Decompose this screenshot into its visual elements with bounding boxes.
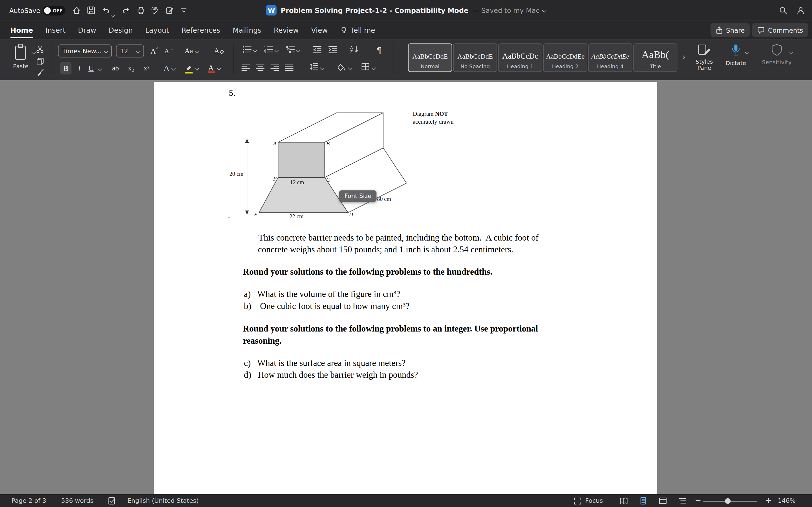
multilevel-list-icon[interactable] xyxy=(286,46,295,55)
save-icon[interactable] xyxy=(87,6,95,17)
pilcrow-button[interactable]: ¶ xyxy=(374,45,384,56)
numbered-list-dropdown-icon[interactable] xyxy=(274,48,279,52)
shrink-font-button[interactable]: A xyxy=(163,46,175,57)
zoom-out-icon[interactable] xyxy=(695,497,701,505)
borders-icon[interactable] xyxy=(361,62,370,72)
proofing-status-icon[interactable] xyxy=(108,497,116,506)
tab-layout[interactable]: Layout xyxy=(145,20,169,39)
outline-view-icon[interactable] xyxy=(678,497,687,506)
focus-label[interactable]: Focus xyxy=(585,497,603,504)
tab-insert[interactable]: Insert xyxy=(45,20,65,39)
tab-draw[interactable]: Draw xyxy=(78,20,96,39)
highlight-color-button[interactable] xyxy=(183,62,201,74)
font-size-tooltip: Font Size xyxy=(339,190,377,202)
toggle-knob xyxy=(44,7,51,14)
decrease-indent-icon[interactable] xyxy=(313,46,321,55)
print-layout-icon[interactable] xyxy=(639,497,647,506)
word-count[interactable]: 536 words xyxy=(61,497,94,504)
grow-font-button[interactable]: A^ xyxy=(148,46,160,57)
bold-button[interactable]: B xyxy=(60,62,71,74)
vertex-e-label: E xyxy=(254,212,257,217)
line-spacing-icon[interactable] xyxy=(310,62,318,72)
sensitivity-button[interactable]: Sensitivity xyxy=(760,43,794,66)
styles-gallery-more-icon[interactable] xyxy=(681,55,686,60)
change-case-button[interactable]: Aa xyxy=(183,46,201,57)
review-pen-icon[interactable] xyxy=(166,6,174,17)
style-no-spacing[interactable]: AaBbCcDdE No Spacing xyxy=(453,43,497,72)
strikethrough-button[interactable]: ab xyxy=(109,62,122,74)
style-heading-1[interactable]: AaBbCcDc Heading 1 xyxy=(498,43,542,72)
dictate-button[interactable]: Dictate xyxy=(723,43,749,67)
justify-icon[interactable] xyxy=(285,63,294,73)
web-layout-icon[interactable] xyxy=(659,497,667,506)
sort-icon[interactable]: AZ xyxy=(350,45,359,55)
print-icon[interactable] xyxy=(137,6,145,17)
font-name-select[interactable]: Times New... xyxy=(58,45,112,57)
style-heading-4[interactable]: AaBbCcDdEe Heading 4 xyxy=(589,43,632,72)
tab-view[interactable]: View xyxy=(311,20,328,39)
shading-dropdown-icon[interactable] xyxy=(348,66,352,70)
style-title[interactable]: AaBb( Title xyxy=(633,43,677,72)
text-effects-button[interactable]: A xyxy=(160,62,178,74)
underline-dropdown-icon[interactable] xyxy=(98,66,102,71)
page-indicator[interactable]: Page 2 of 3 xyxy=(11,497,46,504)
zoom-level[interactable]: 146% xyxy=(778,497,796,504)
paste-dropdown-icon xyxy=(32,50,36,55)
clear-formatting-button[interactable]: A xyxy=(212,46,226,57)
undo-dropdown-icon[interactable] xyxy=(111,9,114,19)
undo-icon[interactable] xyxy=(101,6,110,17)
document-status[interactable]: — Saved to my Mac xyxy=(472,6,546,14)
subscript-button[interactable]: x₂ xyxy=(124,62,138,74)
shading-icon[interactable] xyxy=(338,63,347,73)
spelling-icon[interactable]: ABC xyxy=(151,6,159,17)
format-painter-icon[interactable] xyxy=(36,69,44,78)
line-spacing-dropdown-icon[interactable] xyxy=(320,66,324,70)
increase-indent-icon[interactable] xyxy=(328,46,337,55)
read-mode-icon[interactable] xyxy=(619,497,628,506)
copy-icon[interactable] xyxy=(36,57,44,67)
vertex-b-label: B xyxy=(326,140,329,147)
style-heading-2[interactable]: AaBbCcDdEe Heading 2 xyxy=(543,43,587,72)
italic-button[interactable]: I xyxy=(74,62,85,74)
word-app-icon: W xyxy=(266,5,276,15)
font-color-button[interactable]: A xyxy=(205,62,223,74)
title-center: W Problem Solving Project-1-2 - Compatib… xyxy=(197,0,615,20)
cut-icon[interactable] xyxy=(36,46,44,55)
svg-text:ABC: ABC xyxy=(151,6,158,10)
tab-design[interactable]: Design xyxy=(109,20,133,39)
autosave-toggle[interactable]: OFF xyxy=(43,6,65,15)
paste-button[interactable]: Paste xyxy=(7,43,35,70)
tab-mailings[interactable]: Mailings xyxy=(233,20,261,39)
align-right-icon[interactable] xyxy=(270,63,279,73)
account-avatar[interactable] xyxy=(797,6,805,17)
zoom-in-icon[interactable] xyxy=(765,497,772,505)
font-size-select[interactable]: 12 xyxy=(116,45,144,57)
collapse-toolbar-icon[interactable] xyxy=(180,6,188,16)
comments-button[interactable]: Comments xyxy=(752,23,808,37)
tab-home[interactable]: Home xyxy=(10,20,33,39)
zoom-slider-thumb[interactable] xyxy=(725,498,730,504)
tab-tell-me[interactable]: Tell me xyxy=(340,20,375,39)
styles-pane-button[interactable]: Styles Pane xyxy=(692,43,717,71)
search-icon[interactable] xyxy=(779,6,787,17)
document-page[interactable]: 5. 20 cm 12 cm 22 cm 80 cm xyxy=(154,82,657,494)
align-center-icon[interactable] xyxy=(256,63,264,73)
share-button[interactable]: Share xyxy=(711,23,750,37)
svg-text:3: 3 xyxy=(264,51,266,53)
language-indicator[interactable]: English (United States) xyxy=(128,497,199,504)
underline-button[interactable]: U xyxy=(86,62,96,74)
tab-review[interactable]: Review xyxy=(274,20,299,39)
borders-dropdown-icon[interactable] xyxy=(371,66,376,70)
redo-icon[interactable] xyxy=(122,6,130,17)
bullet-list-icon[interactable] xyxy=(243,46,252,55)
bullet-list-dropdown-icon[interactable] xyxy=(253,48,257,52)
numbered-list-icon[interactable]: 123 xyxy=(264,46,273,55)
tab-references[interactable]: References xyxy=(181,20,220,39)
superscript-button[interactable]: x² xyxy=(140,62,153,74)
style-normal[interactable]: AaBbCcDdE Normal xyxy=(408,43,452,72)
align-left-icon[interactable] xyxy=(241,63,250,73)
home-icon[interactable] xyxy=(72,6,81,17)
microphone-icon xyxy=(730,43,742,58)
multilevel-list-dropdown-icon[interactable] xyxy=(296,48,301,52)
focus-icon[interactable] xyxy=(574,497,581,506)
